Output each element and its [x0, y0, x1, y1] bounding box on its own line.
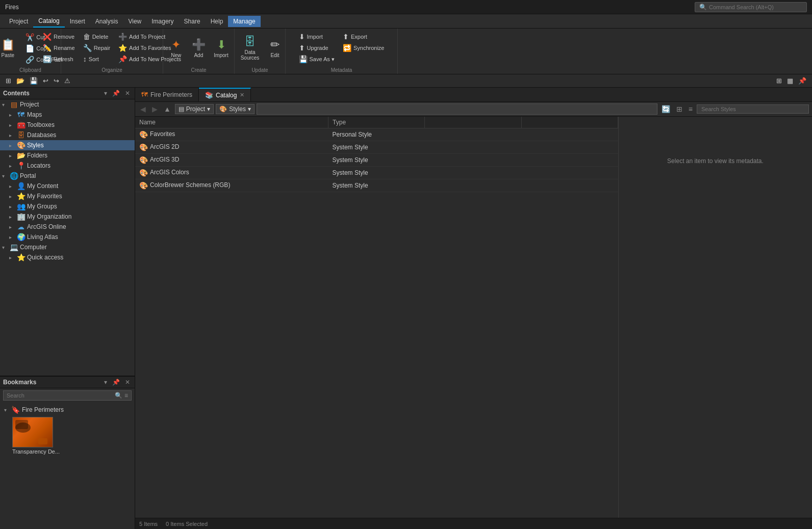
metadata-panel: Select an item to view its metadata.: [618, 117, 812, 518]
col-3[interactable]: [425, 117, 521, 128]
bookmark-group-fire-perimeters[interactable]: ▾ 🔖 Fire Perimeters: [2, 405, 133, 415]
tree-item-maps[interactable]: ▸ 🗺 Maps: [0, 110, 135, 120]
tree-item-my-organization[interactable]: ▸ 🏢 My Organization: [0, 211, 135, 222]
bookmarks-menu-icon[interactable]: ≡: [124, 392, 128, 399]
delete-button[interactable]: 🗑 Delete: [80, 32, 113, 42]
tree-item-databases[interactable]: ▸ 🗄 Databases: [0, 130, 135, 140]
catalog-list[interactable]: Name Type 🎨Favorites Personal Style 🎨Arc…: [135, 117, 618, 518]
bookmarks-pane: Bookmarks ▾ 📌 ✕ 🔍 ≡ ▾ 🔖 Fire Perimeters: [0, 376, 135, 529]
rename-button[interactable]: ✏️ Rename: [40, 43, 78, 53]
tree-item-folders[interactable]: ▸ 📂 Folders: [0, 150, 135, 161]
repair-button[interactable]: 🔧 Repair: [80, 43, 113, 53]
tree-item-living-atlas[interactable]: ▸ 🌍 Living Atlas: [0, 232, 135, 242]
table-row[interactable]: 🎨ArcGIS 3D System Style: [135, 154, 618, 167]
import-create-button[interactable]: ⬇ Import: [211, 31, 231, 65]
catalog-toolbar: ◀ ▶ ▲ ▤ Project ▾ 🎨 Styles ▾ 🔄 ⊞ ≡: [135, 102, 812, 117]
qa-layers-icon[interactable]: ⊞: [4, 76, 13, 86]
bookmarks-minimize-button[interactable]: ▾: [103, 378, 109, 386]
catalog-table: Name Type 🎨Favorites Personal Style 🎨Arc…: [135, 117, 618, 192]
qa-save-icon[interactable]: 💾: [28, 76, 39, 86]
bookmarks-search-icon: 🔍: [115, 392, 122, 399]
menu-imagery[interactable]: Imagery: [146, 16, 179, 27]
table-row[interactable]: 🎨ArcGIS Colors System Style: [135, 167, 618, 179]
nav-up-button[interactable]: ▲: [162, 104, 173, 114]
catalog-search-box[interactable]: [697, 104, 809, 114]
refresh-button[interactable]: 🔄 Refresh: [40, 54, 78, 64]
contents-pane-header: Contents ▾ 📌 ✕: [0, 88, 135, 99]
tree-item-toolboxes[interactable]: ▸ 🧰 Toolboxes: [0, 120, 135, 130]
bookmarks-search-box[interactable]: 🔍 ≡: [3, 390, 132, 401]
edit-button[interactable]: ✏ Edit: [266, 31, 284, 65]
col-4[interactable]: [521, 117, 618, 128]
col-name[interactable]: Name: [135, 117, 328, 128]
data-sources-button[interactable]: 🗄 DataSources: [236, 31, 264, 65]
bookmarks-close-button[interactable]: ✕: [123, 378, 132, 386]
tree-item-my-groups[interactable]: ▸ 👥 My Groups: [0, 201, 135, 211]
sort-button[interactable]: ↕ Sort: [80, 54, 113, 64]
tree-item-locators[interactable]: ▸ 📍 Locators: [0, 161, 135, 171]
tab-fire-perimeters[interactable]: 🗺 Fire Perimeters: [135, 88, 199, 101]
tree-item-portal[interactable]: ▾ 🌐 Portal: [0, 171, 135, 181]
bookmarks-content[interactable]: ▾ 🔖 Fire Perimeters ▸ Transparency De...: [0, 403, 135, 529]
qa-warning-icon[interactable]: ⚠: [63, 76, 72, 86]
bookmark-thumbnail: [12, 417, 53, 447]
tab-catalog[interactable]: 📚 Catalog ✕: [199, 88, 251, 101]
nav-back-button[interactable]: ◀: [138, 104, 148, 114]
catalog-detail-view-button[interactable]: ≡: [687, 104, 695, 114]
menu-analysis[interactable]: Analysis: [90, 16, 123, 27]
paste-button[interactable]: 📋 Paste: [0, 31, 20, 65]
create-group-label: Create: [163, 67, 234, 73]
synchronize-button[interactable]: 🔁 Synchronize: [340, 43, 388, 53]
menu-view[interactable]: View: [123, 16, 146, 27]
qa-pin-icon[interactable]: 📌: [797, 76, 808, 86]
menu-project[interactable]: Project: [4, 16, 33, 27]
export-button[interactable]: ⬆ Export: [340, 32, 388, 42]
menu-insert[interactable]: Insert: [65, 16, 90, 27]
bookmarks-search-input[interactable]: [7, 392, 115, 399]
catalog-list-view-button[interactable]: ⊞: [674, 104, 684, 114]
import-meta-button[interactable]: ⬇ Import: [296, 32, 338, 42]
col-type[interactable]: Type: [328, 117, 425, 128]
catalog-content: Name Type 🎨Favorites Personal Style 🎨Arc…: [135, 117, 812, 518]
nav-forward-button[interactable]: ▶: [150, 104, 160, 114]
menu-help[interactable]: Help: [206, 16, 229, 27]
save-as-button[interactable]: 💾 Save As ▾: [296, 54, 338, 64]
qa-undo-icon[interactable]: ↩: [41, 76, 50, 86]
pane-pin-button[interactable]: 📌: [111, 89, 121, 97]
right-panel: 🗺 Fire Perimeters 📚 Catalog ✕ ◀ ▶ ▲ ▤ Pr…: [135, 88, 812, 529]
table-row[interactable]: 🎨ArcGIS 2D System Style: [135, 141, 618, 154]
catalog-refresh-button[interactable]: 🔄: [659, 104, 672, 114]
pane-minimize-button[interactable]: ▾: [103, 89, 109, 97]
qa-grid-view-icon[interactable]: ⊞: [775, 76, 783, 86]
tree-item-my-favorites[interactable]: ▸ ⭐ My Favorites: [0, 191, 135, 201]
menu-manage[interactable]: Manage: [228, 16, 260, 27]
tree-item-styles[interactable]: ▸ 🎨 Styles: [0, 140, 135, 150]
table-row[interactable]: 🎨ColorBrewer Schemes (RGB) System Style: [135, 179, 618, 192]
command-search-box[interactable]: 🔍: [695, 2, 807, 12]
qa-view-toggle-icon[interactable]: ▦: [785, 76, 795, 86]
tree-item-computer[interactable]: ▾ 💻 Computer: [0, 242, 135, 252]
bookmark-item-transparency[interactable]: ▸ Transparency De...: [2, 415, 133, 457]
menu-catalog[interactable]: Catalog: [33, 15, 64, 28]
add-button[interactable]: ➕ Add: [188, 31, 209, 65]
tab-close-button[interactable]: ✕: [240, 92, 244, 98]
contents-tree-scroll[interactable]: ▾ ▤ Project ▸ 🗺 Maps ▸ 🧰 Toolboxes ▸ 🗄: [0, 99, 135, 376]
tree-item-my-content[interactable]: ▸ 👤 My Content: [0, 181, 135, 191]
command-search-input[interactable]: [709, 4, 802, 10]
tree-item-arcgis-online[interactable]: ▸ ☁ ArcGIS Online: [0, 222, 135, 232]
upgrade-button[interactable]: ⬆ Upgrade: [296, 43, 338, 53]
path-project-select[interactable]: ▤ Project ▾: [175, 104, 214, 114]
catalog-search-input[interactable]: [701, 106, 804, 112]
remove-button[interactable]: ❌ Remove: [40, 32, 78, 42]
tree-item-project[interactable]: ▾ ▤ Project: [0, 99, 135, 110]
qa-redo-icon[interactable]: ↪: [52, 76, 61, 86]
new-button[interactable]: ✦ New: [166, 31, 186, 65]
tree-item-quick-access[interactable]: ▸ ⭐ Quick access: [0, 252, 135, 262]
path-styles-select[interactable]: 🎨 Styles ▾: [216, 104, 255, 114]
pane-close-button[interactable]: ✕: [123, 89, 132, 97]
ribbon-group-metadata: ⬇ Import ⬆ Upgrade 💾 Save As ▾ ⬆ Export: [286, 29, 398, 74]
bookmarks-pin-button[interactable]: 📌: [111, 378, 121, 386]
table-row[interactable]: 🎨Favorites Personal Style: [135, 128, 618, 141]
qa-open-icon[interactable]: 📂: [15, 76, 26, 86]
menu-share[interactable]: Share: [179, 16, 206, 27]
